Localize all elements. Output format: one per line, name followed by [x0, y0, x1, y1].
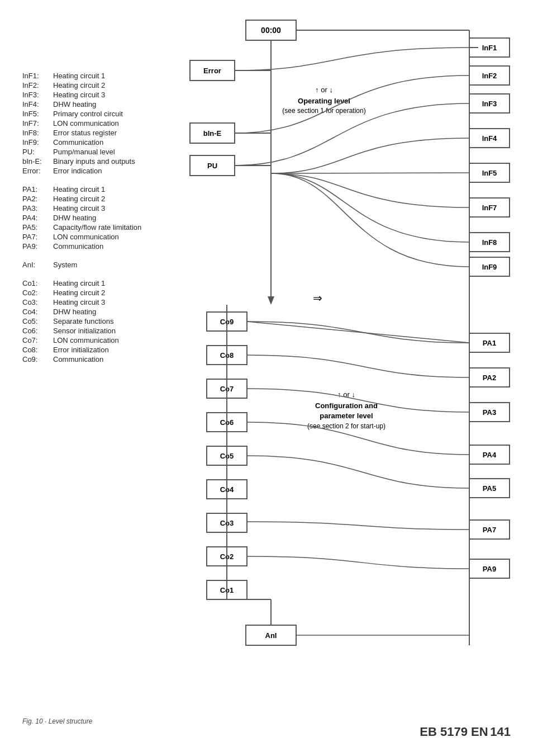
legend-key: Co6:: [22, 327, 53, 335]
inf2-box: InF2: [482, 72, 497, 80]
svg-rect-16: [469, 163, 510, 182]
figure-caption: Fig. 10 · Level structure: [22, 717, 92, 725]
legend-key: PA9:: [22, 242, 53, 251]
legend-val: Error status register: [53, 129, 179, 137]
svg-rect-37: [207, 580, 247, 599]
legend-key: PA4:: [22, 214, 53, 222]
legend-val: Separate functions: [53, 317, 179, 325]
legend-val: Heating circuit 2: [53, 195, 179, 203]
legend-row: InF8:Error status register: [22, 129, 179, 137]
legend-row: InF1:Heating circuit 1: [22, 72, 179, 80]
cfg-level-label3: (see section 2 for start-up): [307, 422, 386, 430]
legend-val: Error initialization: [53, 346, 179, 354]
legend-row: Co5:Separate functions: [22, 317, 179, 325]
ani-box: AnI: [265, 631, 277, 640]
co8-box: Co8: [220, 351, 234, 360]
legend-row: PA5:Capacity/flow rate limitation: [22, 223, 179, 231]
legend-key: InF7:: [22, 119, 53, 127]
pa7-box: PA7: [483, 526, 496, 534]
legend-section: AnI:System: [22, 261, 179, 269]
svg-rect-35: [207, 547, 247, 566]
inf1-box: InF1: [482, 44, 497, 52]
legend-key: InF1:: [22, 72, 53, 80]
legend-row: InF7:LON communication: [22, 119, 179, 127]
op-arrow-label: ↑ or ↓: [315, 86, 333, 94]
legend-val: Communication: [53, 138, 179, 147]
co1-box: Co1: [220, 586, 234, 594]
svg-rect-11: [469, 38, 510, 57]
legend-row: InF5:Primary control circuit: [22, 110, 179, 118]
legend-val: LON communication: [53, 336, 179, 344]
pa4-box: PA4: [483, 451, 497, 459]
legend-key: PA1:: [22, 185, 53, 193]
svg-rect-13: [469, 66, 510, 85]
legend-row: AnI:System: [22, 261, 179, 269]
legend-row: InF9:Communication: [22, 138, 179, 147]
op-level-sublabel: (see section 1 for operation): [282, 107, 365, 115]
inf9-box: InF9: [482, 263, 497, 271]
legend-key: InF3:: [22, 91, 53, 99]
inf8-box: InF8: [482, 238, 497, 247]
svg-rect-47: [469, 445, 510, 464]
svg-rect-2: [190, 60, 235, 81]
legend-val: Heating circuit 1: [53, 72, 179, 80]
legend-val: Heating circuit 2: [53, 81, 179, 89]
legend-row: bIn-E:Binary inputs and outputs: [22, 157, 179, 166]
inf3-box: InF3: [482, 100, 497, 108]
down-arrow: [268, 296, 274, 305]
legend-key: Co3:: [22, 298, 53, 306]
legend-key: Co8:: [22, 346, 53, 354]
legend-key: Error:: [22, 167, 53, 175]
legend-row: InF3:Heating circuit 3: [22, 91, 179, 99]
legend-row: PA2:Heating circuit 2: [22, 195, 179, 203]
legend-key: PA2:: [22, 195, 53, 203]
legend-val: LON communication: [53, 233, 179, 241]
legend-row: InF4:DHW heating: [22, 100, 179, 108]
legend-row: Co4:DHW heating: [22, 308, 179, 316]
svg-rect-48: [469, 479, 510, 498]
legend-key: Co5:: [22, 317, 53, 325]
legend-val: Heating circuit 3: [53, 91, 179, 99]
legend-row: PA1:Heating circuit 1: [22, 185, 179, 193]
inf7-box: InF7: [482, 204, 497, 212]
legend-key: PA3:: [22, 204, 53, 212]
pa3-box: PA3: [483, 408, 496, 417]
svg-rect-44: [469, 333, 510, 352]
co6-box: Co6: [220, 418, 234, 427]
op-level-label: Operating level: [298, 97, 350, 105]
co2-box: Co2: [220, 552, 234, 561]
legend-row: PA3:Heating circuit 3: [22, 204, 179, 212]
svg-rect-29: [207, 446, 247, 465]
legend-val: Heating circuit 3: [53, 204, 179, 212]
co4-box: Co4: [220, 485, 234, 494]
legend-val: DHW heating: [53, 214, 179, 222]
svg-rect-25: [207, 379, 247, 398]
legend-key: InF5:: [22, 110, 53, 118]
legend-row: InF2:Heating circuit 2: [22, 81, 179, 89]
svg-rect-7: [190, 155, 235, 176]
legend-key: Co7:: [22, 336, 53, 344]
legend-key: Co4:: [22, 308, 53, 316]
legend-val: System: [53, 261, 179, 269]
svg-rect-27: [207, 413, 247, 432]
pa9-box: PA9: [483, 565, 496, 573]
legend-row: Co2:Heating circuit 2: [22, 289, 179, 297]
co3-box: Co3: [220, 519, 234, 527]
legend-val: LON communication: [53, 119, 179, 127]
legend-row: PA7:LON communication: [22, 233, 179, 241]
page-number: EB 5179 EN 141: [420, 725, 511, 739]
legend-val: Communication: [53, 355, 179, 363]
bine-box-label: bIn-E: [203, 129, 222, 138]
legend-row: PA9:Communication: [22, 242, 179, 251]
legend-val: Binary inputs and outputs: [53, 157, 179, 166]
legend-key: PA7:: [22, 233, 53, 241]
legend-key: InF8:: [22, 129, 53, 137]
svg-rect-31: [207, 480, 247, 499]
pu-box-label: PU: [207, 162, 217, 170]
svg-rect-14: [469, 94, 510, 113]
svg-rect-17: [469, 198, 510, 217]
legend-key: InF2:: [22, 81, 53, 89]
pa5-box: PA5: [483, 484, 496, 493]
legend-row: Co7:LON communication: [22, 336, 179, 344]
legend-row: Co1:Heating circuit 1: [22, 279, 179, 287]
